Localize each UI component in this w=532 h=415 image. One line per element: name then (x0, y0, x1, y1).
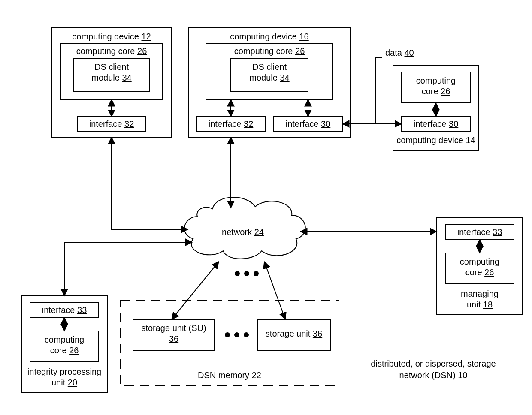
d12-iface-num: 32 (124, 119, 134, 129)
managing-unit: interface 33 computing core 26 managing … (437, 218, 523, 315)
svg-point-28 (254, 271, 259, 276)
su1-title: storage unit (SU) (141, 323, 206, 333)
su2-network-link (264, 262, 285, 319)
svg-text:computing core 26: computing core 26 (76, 46, 147, 56)
computing-core-26-d16: computing core 26 DS client module 34 (206, 44, 333, 99)
d16-core-title: computing core (234, 46, 293, 56)
svg-text:computing core 26: computing core 26 (234, 46, 305, 56)
su1-num: 36 (169, 334, 178, 343)
mng-core-t2: core (466, 268, 482, 277)
intg-title2: unit (51, 378, 66, 387)
d16-if30-num: 30 (321, 119, 330, 129)
svg-text:core 26: core 26 (466, 268, 494, 277)
svg-text:interface 33: interface 33 (457, 227, 502, 237)
computing-device-12: computing device 12 computing core 26 DS… (51, 28, 172, 137)
interface-33-managing: interface 33 (445, 225, 514, 239)
dsnmem-num: 22 (252, 370, 261, 380)
d14-iface-num: 30 (449, 119, 458, 129)
svg-text:module 34: module 34 (249, 73, 289, 82)
device14-num: 14 (466, 135, 475, 145)
d16-client-num: 34 (280, 73, 289, 82)
d12-network-link (112, 137, 188, 229)
intg-num: 20 (68, 378, 77, 387)
data-num: 40 (405, 48, 414, 57)
mng-title2: unit (467, 300, 481, 309)
d16-if32-title: interface (209, 119, 242, 129)
d14-iface-title: interface (414, 119, 447, 129)
svg-text:core 26: core 26 (422, 87, 450, 96)
network-cloud: network 24 (184, 197, 305, 259)
mng-iface-title: interface (457, 227, 490, 237)
svg-text:computing device 16: computing device 16 (230, 32, 308, 41)
d16-client-t2: module (249, 73, 278, 82)
storage-unit-1: storage unit (SU) 36 (133, 319, 215, 350)
d12-client-t2: module (91, 73, 120, 82)
computing-core-26-d12: computing core 26 DS client module 34 (61, 44, 162, 99)
computing-core-26-d14: computing core 26 (402, 72, 470, 103)
data-title: data (385, 48, 402, 57)
intg-core-t2: core (50, 346, 67, 355)
storage-unit-2: storage unit 36 (257, 319, 330, 350)
svg-text:unit 18: unit 18 (467, 300, 493, 309)
su2-num: 36 (313, 329, 322, 338)
interface-33-integrity: interface 33 (30, 303, 99, 317)
intg-iface-title: interface (42, 305, 75, 315)
device12-num: 12 (141, 32, 151, 41)
computing-core-26-managing: computing core 26 (445, 253, 514, 284)
svg-text:network (DSN)  10: network (DSN) 10 (399, 370, 468, 380)
svg-text:storage unit 36: storage unit 36 (266, 329, 322, 338)
su1-network-link (172, 262, 219, 319)
svg-point-27 (244, 271, 249, 276)
svg-text:computing device 12: computing device 12 (72, 32, 151, 41)
su2-title: storage unit (266, 329, 311, 338)
svg-text:interface 32: interface 32 (89, 119, 134, 129)
d16-core-num: 26 (295, 46, 305, 56)
d12-core-num: 26 (137, 46, 147, 56)
ellipsis-icon-su (225, 332, 249, 337)
overall-label: distributed, or dispersed, storage netwo… (371, 359, 496, 380)
intg-core-num: 26 (69, 346, 79, 355)
svg-text:data 40: data 40 (385, 48, 414, 57)
interface-32-d16: interface 32 (196, 117, 265, 131)
d14-core-t2: core (422, 87, 438, 96)
d12-core-title: computing core (76, 46, 135, 56)
overall-num: 10 (458, 370, 467, 380)
computing-core-26-integrity: computing core 26 (30, 331, 99, 362)
mng-num: 18 (483, 300, 493, 309)
svg-text:interface 30: interface 30 (286, 119, 331, 129)
ellipsis-icon-cloud (235, 271, 259, 276)
mng-core-t1: computing (460, 257, 499, 266)
d14-core-t1: computing (416, 76, 456, 85)
svg-point-26 (235, 271, 240, 276)
overall-l1: distributed, or dispersed, storage (371, 359, 496, 368)
device16-title: computing device (230, 32, 297, 41)
overall-l2: network (DSN) (399, 370, 456, 380)
svg-text:unit 20: unit 20 (51, 378, 77, 387)
ds-client-module-d16: DS client module 34 (231, 58, 308, 92)
svg-text:module 34: module 34 (91, 73, 131, 82)
dsnmem-title: DSN memory (198, 370, 249, 380)
svg-text:computing device 14: computing device 14 (396, 135, 475, 145)
computing-device-16: computing device 16 computing core 26 DS… (189, 28, 350, 137)
computing-device-14: computing core 26 interface 30 computing… (393, 65, 479, 151)
intg-title: integrity processing (27, 367, 101, 376)
intg-core-t1: computing (45, 335, 84, 344)
d16-if30-title: interface (286, 119, 319, 129)
svg-text:DSN memory 22: DSN memory 22 (198, 370, 261, 380)
mng-title: managing (461, 289, 499, 298)
svg-point-44 (234, 332, 239, 337)
d12-client-num: 34 (122, 73, 131, 82)
interface-30-d16: interface 30 (274, 117, 342, 131)
interface-30-d14: interface 30 (402, 117, 470, 131)
d14-core-num: 26 (441, 87, 450, 96)
integrity-network-link (64, 242, 192, 296)
device14-title: computing device (396, 135, 463, 145)
ds-client-module-d12: DS client module 34 (74, 58, 149, 92)
d16-client-t1: DS client (252, 62, 287, 72)
svg-text:network 24: network 24 (222, 227, 264, 237)
data-leader (375, 58, 382, 124)
d12-iface-title: interface (89, 119, 122, 129)
svg-point-43 (225, 332, 230, 337)
dsn-memory: storage unit (SU) 36 storage unit 36 DSN… (120, 300, 339, 386)
svg-text:core 26: core 26 (50, 346, 79, 355)
